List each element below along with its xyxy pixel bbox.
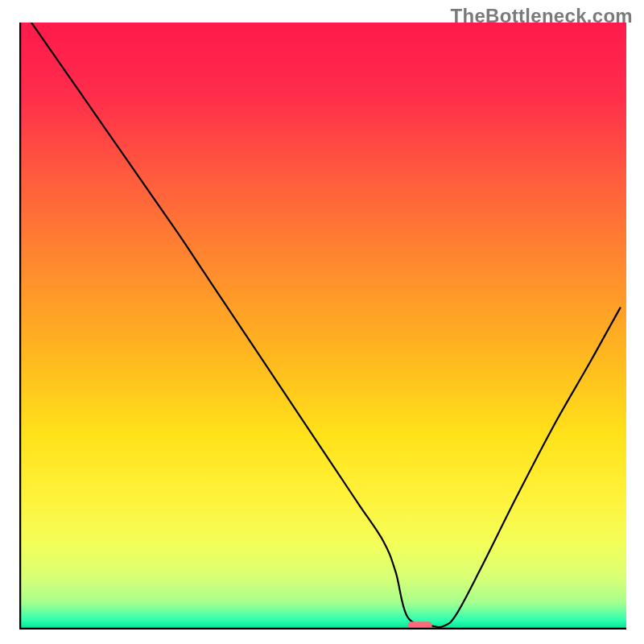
svg-rect-0 bbox=[19, 23, 626, 630]
chart-container: TheBottleneck.com bbox=[0, 0, 644, 644]
plot-area bbox=[19, 23, 626, 630]
chart-background-gradient bbox=[19, 23, 626, 630]
watermark-label: TheBottleneck.com bbox=[451, 5, 633, 27]
